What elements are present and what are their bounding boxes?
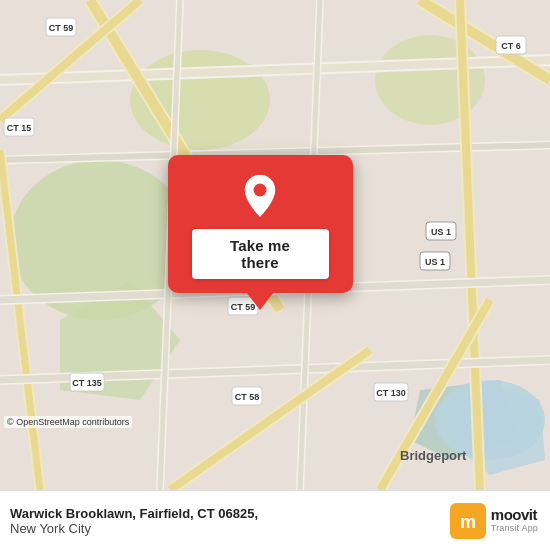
svg-text:US 1: US 1 bbox=[425, 257, 445, 267]
map-container: CT 59 CT 15 CT 6 US 1 US 1 CT 59 CT 58 C… bbox=[0, 0, 550, 490]
svg-text:Bridgeport: Bridgeport bbox=[400, 448, 467, 463]
svg-text:CT 58: CT 58 bbox=[235, 392, 260, 402]
popup-card: Take me there bbox=[168, 155, 353, 293]
popup-overlay: Take me there bbox=[155, 155, 365, 310]
moovit-icon: m bbox=[450, 503, 486, 539]
bottom-bar: Warwick Brooklawn, Fairfield, CT 06825, … bbox=[0, 490, 550, 550]
address-section: Warwick Brooklawn, Fairfield, CT 06825, … bbox=[10, 506, 258, 536]
city-line: New York City bbox=[10, 521, 258, 536]
take-me-there-button[interactable]: Take me there bbox=[192, 229, 329, 279]
location-pin-icon bbox=[241, 173, 279, 219]
svg-point-53 bbox=[254, 184, 267, 197]
svg-text:CT 135: CT 135 bbox=[72, 378, 102, 388]
map-attribution: © OpenStreetMap contributors bbox=[4, 416, 132, 428]
moovit-name: moovit bbox=[491, 507, 538, 524]
moovit-logo[interactable]: m moovit Transit App bbox=[450, 503, 538, 539]
svg-text:CT 59: CT 59 bbox=[49, 23, 74, 33]
moovit-logo-icon: m bbox=[454, 507, 482, 535]
svg-text:m: m bbox=[460, 512, 476, 532]
svg-text:CT 6: CT 6 bbox=[501, 41, 521, 51]
svg-text:CT 15: CT 15 bbox=[7, 123, 32, 133]
moovit-text: moovit Transit App bbox=[491, 507, 538, 533]
address-line: Warwick Brooklawn, Fairfield, CT 06825, bbox=[10, 506, 258, 521]
svg-text:CT 130: CT 130 bbox=[376, 388, 406, 398]
moovit-tagline: Transit App bbox=[491, 524, 538, 534]
popup-arrow bbox=[246, 292, 274, 310]
svg-text:US 1: US 1 bbox=[431, 227, 451, 237]
